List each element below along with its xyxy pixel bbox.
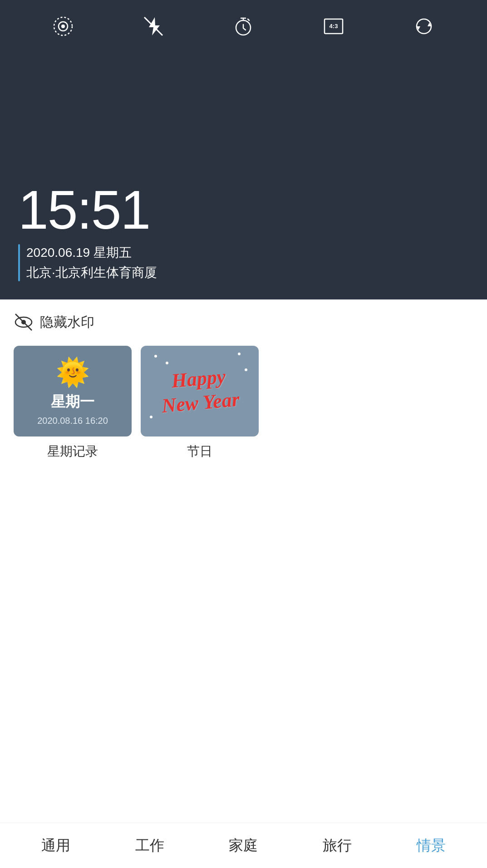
weekday-card-item[interactable]: 🌞 星期一 2020.08.16 16:20 星期记录 xyxy=(14,346,132,460)
nav-item-work[interactable]: 工作 xyxy=(126,831,173,860)
sparkle-4 xyxy=(245,368,247,371)
svg-point-2 xyxy=(61,25,65,28)
svg-line-9 xyxy=(15,314,32,330)
sparkle-3 xyxy=(238,353,241,355)
nav-item-travel[interactable]: 旅行 xyxy=(314,831,361,860)
sparkle-2 xyxy=(166,362,168,364)
settings-icon[interactable] xyxy=(49,13,77,40)
svg-text:4:3: 4:3 xyxy=(330,23,338,29)
newyear-thumbnail: HappyNew Year xyxy=(141,346,259,436)
flash-off-icon[interactable] xyxy=(140,13,167,40)
clock-bar xyxy=(18,244,20,281)
sun-icon: 🌞 xyxy=(56,356,90,388)
watermark-row: 隐藏水印 xyxy=(0,299,487,341)
clock-details: 2020.06.19 星期五 北京·北京利生体育商厦 xyxy=(26,244,157,281)
weekday-label: 星期记录 xyxy=(47,443,98,460)
watermark-icon xyxy=(14,312,34,332)
timer-icon[interactable] xyxy=(230,13,257,40)
clock-time: 15:51 xyxy=(18,182,469,237)
newyear-card-item[interactable]: HappyNew Year 节日 xyxy=(141,346,259,460)
clock-location: 北京·北京利生体育商厦 xyxy=(26,264,157,281)
bottom-nav: 通用 工作 家庭 旅行 情景 xyxy=(0,823,487,868)
sparkle-5 xyxy=(150,416,152,418)
weekday-text: 星期一 xyxy=(51,392,94,412)
content-area: 隐藏水印 🌞 星期一 2020.08.16 16:20 星期记录 xyxy=(0,299,487,469)
clock-date: 2020.06.19 星期五 xyxy=(26,244,157,261)
app-container: 4:3 15:51 2020.06.19 星期五 北京·北京利生体 xyxy=(0,0,487,868)
weekday-thumbnail: 🌞 星期一 2020.08.16 16:20 xyxy=(14,346,132,436)
happy-new-year-text: HappyNew Year xyxy=(159,364,241,418)
nav-item-general[interactable]: 通用 xyxy=(32,831,79,860)
clock-info: 2020.06.19 星期五 北京·北京利生体育商厦 xyxy=(18,244,469,281)
cards-row: 🌞 星期一 2020.08.16 16:20 星期记录 HappyNew Yea… xyxy=(0,341,487,469)
flip-camera-icon[interactable] xyxy=(410,13,438,40)
watermark-label: 隐藏水印 xyxy=(40,313,94,332)
sparkle-1 xyxy=(154,355,157,358)
newyear-label: 节日 xyxy=(187,443,212,460)
nav-item-scene[interactable]: 情景 xyxy=(408,831,455,860)
weekday-date: 2020.08.16 16:20 xyxy=(37,416,108,426)
camera-toolbar: 4:3 xyxy=(0,0,487,49)
aspect-ratio-icon[interactable]: 4:3 xyxy=(320,13,347,40)
clock-area: 15:51 2020.06.19 星期五 北京·北京利生体育商厦 xyxy=(0,49,487,299)
nav-item-family[interactable]: 家庭 xyxy=(220,831,267,860)
camera-area: 4:3 15:51 2020.06.19 星期五 北京·北京利生体 xyxy=(0,0,487,299)
